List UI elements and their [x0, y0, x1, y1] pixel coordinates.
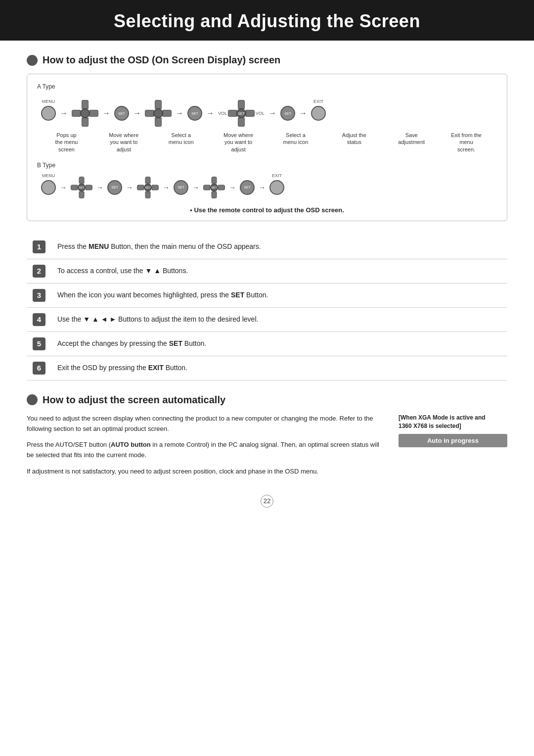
b-type-diagram-row: MENU → SET → SET → SET	[37, 173, 497, 198]
label-8: Exit from themenu screen.	[450, 132, 483, 153]
b-exit-label: EXIT	[272, 173, 282, 178]
section2-bullet	[27, 394, 38, 405]
set-button-2: SET	[187, 106, 202, 121]
b-set-2: SET	[174, 180, 188, 195]
page-number-area: 22	[27, 495, 507, 508]
dpad-2	[145, 100, 172, 127]
page-header: Selecting and Adjusting the Screen	[0, 0, 534, 41]
step-num-cell-6: 6	[27, 356, 51, 380]
b-set-3: SET	[240, 180, 255, 195]
auto-section: You need to adjust the screen display wh…	[27, 414, 507, 483]
auto-para-3: If adjustment is not satisfactory, you n…	[27, 467, 384, 477]
step-text-3: When the icon you want becomes highlight…	[51, 283, 507, 307]
step-text-4: Use the ▼ ▲ ◄ ► Buttons to adjust the it…	[51, 307, 507, 331]
b-exit-button	[269, 180, 284, 195]
set-button-3: SET	[280, 106, 295, 121]
osd-diagram-box: A Type MENU → → SET	[27, 74, 507, 221]
auto-para-1: You need to adjust the screen display wh…	[27, 414, 384, 434]
step-num-cell-1: 1	[27, 235, 51, 259]
menu-button	[41, 106, 56, 121]
label-2: Move whereyou want toadjust	[106, 132, 141, 153]
label-1: Pops upthe menuscreen	[51, 132, 81, 153]
auto-section-right: [When XGA Mode is active and1360 X768 is…	[399, 414, 507, 483]
step-row-3: 3 When the icon you want becomes highlig…	[27, 283, 507, 307]
step-num-3: 3	[33, 289, 45, 302]
b-menu-label: MENU	[42, 173, 55, 178]
step-num-1: 1	[33, 240, 45, 253]
b-dpad-2: SET	[137, 177, 159, 198]
dpad-3: SET	[228, 100, 255, 127]
step-num-cell-5: 5	[27, 331, 51, 356]
auto-section-left: You need to adjust the screen display wh…	[27, 414, 384, 483]
set-button-1: SET	[114, 106, 129, 121]
a-type-diagram-row: MENU → → SET →	[37, 94, 497, 127]
remote-note: • Use the remote control to adjust the O…	[37, 206, 497, 214]
step-num-cell-2: 2	[27, 259, 51, 283]
auto-progress-bar: Auto in progress	[399, 434, 507, 447]
step-num-5: 5	[33, 337, 45, 350]
b-dpad-1: SET	[71, 177, 92, 198]
label-7: Saveadjustment	[398, 132, 425, 146]
b-menu-button	[41, 180, 56, 195]
step-num-4: 4	[33, 313, 45, 326]
menu-label: MENU	[42, 99, 55, 104]
a-type-labels-row: Pops upthe menuscreen Move whereyou want…	[37, 132, 497, 153]
step-text-2: To access a control, use the ▼ ▲ Buttons…	[51, 259, 507, 283]
label-4: Move whereyou want toadjust	[221, 132, 256, 153]
step-num-cell-3: 3	[27, 283, 51, 307]
step-row-4: 4 Use the ▼ ▲ ◄ ► Buttons to adjust the …	[27, 307, 507, 331]
step-row-6: 6 Exit the OSD by pressing the EXIT Butt…	[27, 356, 507, 380]
label-6: Adjust the status	[336, 132, 373, 146]
type-a-label: A Type	[37, 83, 497, 90]
step-text-5: Accept the changes by pressing the SET B…	[51, 331, 507, 356]
step-num-2: 2	[33, 265, 45, 278]
step-text-1: Press the MENU Button, then the main men…	[51, 235, 507, 259]
section1-bullet	[27, 55, 38, 66]
step-row-5: 5 Accept the changes by pressing the SET…	[27, 331, 507, 356]
label-5: Select amenu icon	[281, 132, 311, 146]
exit-label: EXIT	[313, 99, 323, 104]
page-number: 22	[261, 495, 273, 508]
b-set-1: SET	[107, 180, 122, 195]
step-num-cell-4: 4	[27, 307, 51, 331]
b-dpad-3: SET	[203, 177, 225, 198]
section1-title: How to adjust the OSD (On Screen Display…	[27, 54, 507, 66]
step-row-2: 2 To access a control, use the ▼ ▲ Butto…	[27, 259, 507, 283]
exit-button	[311, 106, 326, 121]
steps-table: 1 Press the MENU Button, then the main m…	[27, 235, 507, 380]
page-title: Selecting and Adjusting the Screen	[0, 11, 534, 32]
dpad-1	[72, 100, 98, 127]
section2-title: How to adjust the screen automatically	[27, 394, 507, 406]
step-row-1: 1 Press the MENU Button, then the main m…	[27, 235, 507, 259]
step-num-6: 6	[33, 362, 45, 375]
label-3: Select amenu icon	[166, 132, 196, 146]
type-b-label: B Type	[37, 162, 497, 169]
auto-right-note: [When XGA Mode is active and1360 X768 is…	[399, 414, 507, 430]
step-text-6: Exit the OSD by pressing the EXIT Button…	[51, 356, 507, 380]
auto-para-2: Press the AUTO/SET button (AUTO button i…	[27, 440, 384, 461]
